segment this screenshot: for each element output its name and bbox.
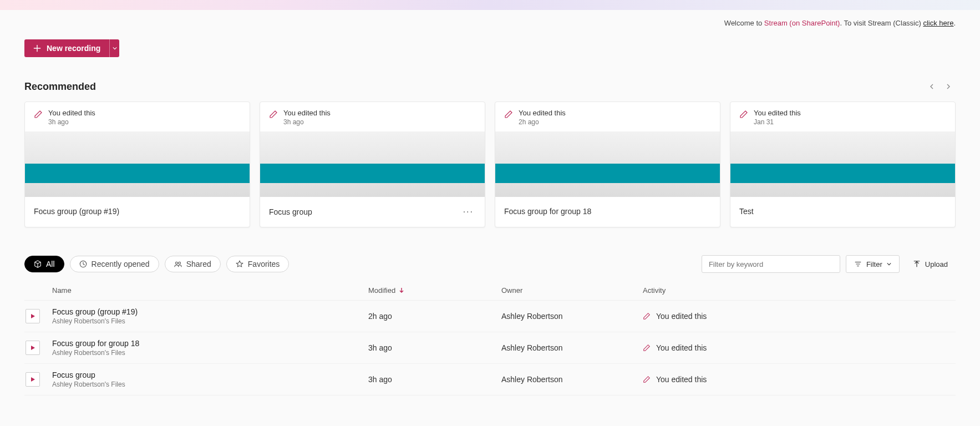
file-modified: 3h ago: [368, 375, 392, 384]
filter-label: Filter: [866, 260, 882, 268]
card-time: Jan 31: [754, 118, 801, 126]
file-activity: You edited this: [656, 312, 707, 321]
card-title: Focus group for group 18: [504, 207, 591, 216]
card-status: You edited this: [283, 109, 331, 117]
file-name: Focus group for group 18: [52, 339, 368, 348]
welcome-period: .: [953, 19, 956, 27]
edit-icon: [504, 110, 513, 119]
video-thumbnail: [260, 131, 485, 197]
new-recording-label: New recording: [47, 44, 100, 53]
card-status: You edited this: [754, 109, 801, 117]
file-owner: Ashley Robertson: [501, 312, 563, 321]
card-status: You edited this: [519, 109, 566, 117]
card-status: You edited this: [48, 109, 95, 117]
new-recording-dropdown[interactable]: [109, 39, 119, 57]
upload-label: Upload: [925, 260, 948, 268]
video-thumbnail: [730, 131, 955, 197]
file-location: Ashley Robertson's Files: [52, 381, 368, 388]
recommended-card[interactable]: You edited this Jan 31 Test: [730, 102, 956, 227]
pill-favorites-label: Favorites: [248, 260, 280, 268]
edit-icon: [34, 110, 43, 119]
pill-recently-opened[interactable]: Recently opened: [70, 256, 159, 272]
table-row[interactable]: Focus group for group 18 Ashley Robertso…: [24, 332, 956, 364]
file-modified: 3h ago: [368, 343, 392, 352]
table-row[interactable]: Focus group (group #19) Ashley Robertson…: [24, 301, 956, 332]
file-name: Focus group: [52, 371, 368, 379]
header-owner[interactable]: Owner: [501, 286, 643, 295]
stream-link[interactable]: Stream (on SharePoint): [764, 19, 840, 27]
file-owner: Ashley Robertson: [501, 375, 563, 384]
header-activity[interactable]: Activity: [643, 286, 956, 295]
file-location: Ashley Robertson's Files: [52, 349, 368, 357]
file-owner: Ashley Robertson: [501, 343, 563, 352]
card-time: 3h ago: [283, 118, 331, 126]
edit-icon: [643, 344, 651, 352]
edit-icon: [643, 376, 651, 383]
pill-all-label: All: [46, 260, 55, 268]
chevron-right-icon: [946, 84, 951, 89]
edit-icon: [269, 110, 278, 119]
chevron-left-icon: [929, 84, 935, 89]
edit-icon: [643, 312, 651, 320]
svg-point-1: [175, 262, 177, 264]
pill-all[interactable]: All: [24, 256, 64, 272]
pill-favorites[interactable]: Favorites: [226, 256, 290, 272]
recommended-card[interactable]: You edited this 3h ago Focus group (grou…: [24, 102, 250, 227]
filter-keyword-input[interactable]: [702, 255, 840, 273]
card-title: Test: [739, 207, 754, 216]
sort-descending-icon: [399, 286, 404, 295]
card-time: 2h ago: [519, 118, 566, 126]
filter-button[interactable]: Filter: [846, 255, 900, 273]
video-file-icon: [26, 309, 40, 323]
plus-icon: [33, 44, 41, 52]
pill-shared-label: Shared: [186, 260, 211, 268]
table-header-row: Name Modified Owner Activity: [24, 276, 956, 301]
video-file-icon: [26, 341, 40, 355]
carousel-next-button[interactable]: [941, 79, 956, 94]
file-activity: You edited this: [656, 375, 707, 384]
edit-icon: [739, 110, 748, 119]
card-title: Focus group: [269, 207, 312, 216]
clock-icon: [79, 260, 87, 268]
recommended-heading: Recommended: [24, 81, 96, 93]
table-row[interactable]: Focus group Ashley Robertson's Files 3h …: [24, 364, 956, 395]
video-thumbnail: [495, 131, 720, 197]
carousel-prev-button[interactable]: [925, 79, 939, 94]
recommended-card[interactable]: You edited this 3h ago Focus group ···: [260, 102, 485, 227]
video-file-icon: [26, 372, 40, 387]
welcome-suffix: . To visit Stream (Classic): [840, 19, 923, 27]
cube-icon: [34, 260, 42, 268]
people-icon: [174, 260, 182, 268]
star-icon: [236, 260, 243, 268]
new-recording-button[interactable]: New recording: [24, 39, 109, 57]
file-activity: You edited this: [656, 343, 707, 352]
file-location: Ashley Robertson's Files: [52, 317, 368, 325]
top-gradient-banner: [0, 0, 980, 10]
welcome-prefix: Welcome to: [724, 19, 764, 27]
card-title: Focus group (group #19): [34, 207, 119, 216]
file-modified: 2h ago: [368, 312, 392, 321]
recommended-card[interactable]: You edited this 2h ago Focus group for g…: [495, 102, 720, 227]
card-time: 3h ago: [48, 118, 95, 126]
upload-button[interactable]: Upload: [905, 255, 956, 273]
chevron-down-icon: [113, 46, 117, 50]
card-more-button[interactable]: ···: [461, 207, 476, 217]
upload-icon: [913, 260, 921, 268]
classic-link[interactable]: click here: [923, 19, 953, 27]
header-modified[interactable]: Modified: [368, 286, 501, 295]
chevron-down-icon: [887, 262, 891, 266]
video-thumbnail: [25, 131, 250, 197]
header-modified-label: Modified: [368, 286, 395, 295]
filter-icon: [854, 260, 862, 268]
pill-shared[interactable]: Shared: [165, 256, 221, 272]
file-name: Focus group (group #19): [52, 307, 368, 316]
welcome-message: Welcome to Stream (on SharePoint). To vi…: [24, 10, 956, 39]
header-name[interactable]: Name: [52, 286, 368, 295]
pill-recent-label: Recently opened: [92, 260, 150, 268]
svg-point-2: [178, 262, 180, 264]
